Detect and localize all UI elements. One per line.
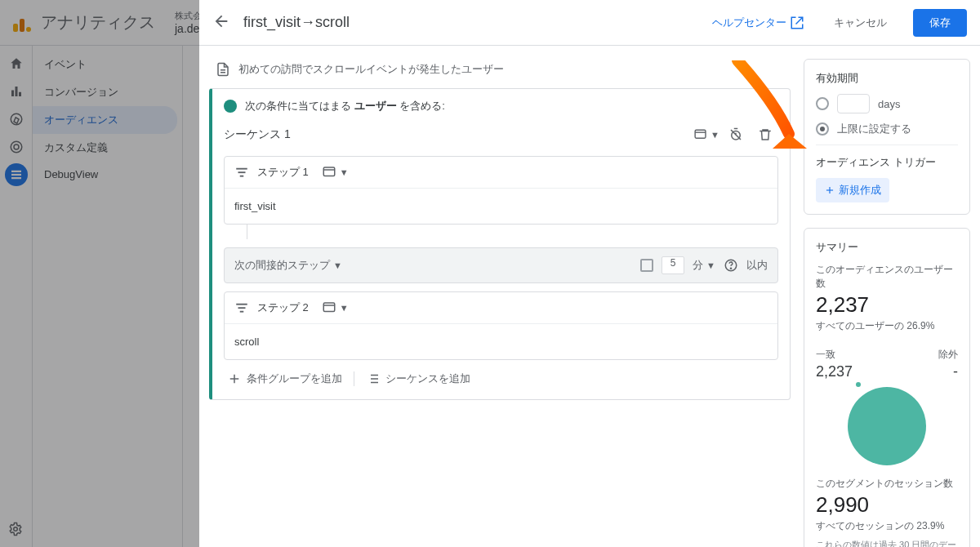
include-prefix: 次の条件に当てはまる — [245, 100, 354, 112]
step-2-label: ステップ 2 — [257, 300, 309, 315]
svg-rect-12 — [236, 168, 247, 170]
chevron-down-icon: ▼ — [340, 303, 349, 313]
duration-days-unit: days — [878, 98, 900, 110]
svg-rect-13 — [238, 171, 246, 173]
chevron-down-icon: ▼ — [333, 260, 342, 270]
summary-card: サマリー このオーディエンスのユーザー数 2,237 すべてのユーザーの 26.… — [804, 228, 970, 547]
include-dot-icon — [224, 100, 237, 113]
add-condition-group-button[interactable]: 条件グループを追加 — [227, 371, 342, 386]
summary-users-label: このオーディエンスのユーザー数 — [816, 263, 958, 291]
save-button[interactable]: 保存 — [913, 9, 967, 37]
summary-match-label: 一致 — [816, 348, 887, 362]
back-arrow-icon[interactable] — [212, 12, 230, 33]
builder-area: 初めての訪問でスクロールイベントが発生したユーザー 次の条件に当てはまる ユーザ… — [199, 46, 804, 547]
duration-max-label: 上限に設定する — [837, 122, 911, 136]
summary-users-value: 2,237 — [816, 292, 958, 318]
summary-note: これらの数値は過去 30 日間のデータに基づく推定であり、実際のユーザーのサイズ… — [816, 538, 958, 547]
svg-point-17 — [730, 268, 731, 269]
summary-title: サマリー — [816, 240, 958, 255]
sequence-footer: 条件グループを追加 シーケンスを追加 — [224, 360, 778, 391]
connector-type-label: 次の間接的ステップ — [234, 258, 330, 273]
summary-sessions-pct: すべてのセッションの 23.9% — [816, 519, 958, 533]
connector-suffix: 以内 — [746, 258, 768, 273]
create-trigger-button[interactable]: 新規作成 — [816, 178, 889, 202]
scope-icon — [322, 300, 336, 315]
filter-list-icon — [234, 300, 249, 315]
svg-rect-19 — [238, 307, 246, 309]
add-sequence-label: シーケンスを追加 — [385, 371, 470, 386]
audience-builder-panel: first_visit→scroll ヘルプセンター キャンセル 保存 初めての… — [199, 0, 980, 547]
help-center-link[interactable]: ヘルプセンター — [712, 16, 804, 30]
add-condition-group-label: 条件グループを追加 — [247, 371, 342, 386]
svg-rect-10 — [695, 130, 706, 138]
time-unit-selector[interactable]: 分 ▼ — [693, 258, 715, 273]
time-constraint-checkbox[interactable] — [640, 259, 653, 272]
summary-sessions-label: このセグメントのセッション数 — [816, 477, 958, 491]
cancel-button[interactable]: キャンセル — [834, 16, 887, 30]
scope-icon — [322, 165, 336, 180]
include-bold: ユーザー — [354, 100, 397, 112]
summary-exclude-label: 除外 — [887, 348, 958, 362]
panel-header: first_visit→scroll ヘルプセンター キャンセル 保存 — [199, 0, 980, 46]
trash-icon — [758, 127, 773, 142]
scope-icon — [693, 127, 707, 142]
help-center-label: ヘルプセンター — [712, 16, 786, 30]
duration-days-radio[interactable] — [816, 97, 829, 110]
sequence-list-icon — [366, 371, 381, 386]
duration-title: 有効期間 — [816, 71, 958, 86]
sequence-scope-selector[interactable]: ▼ — [693, 122, 719, 148]
step-1-event[interactable]: first_visit — [225, 189, 777, 224]
add-sequence-button[interactable]: シーケンスを追加 — [366, 371, 470, 386]
step-2-event[interactable]: scroll — [225, 324, 777, 359]
sequence-title: シーケンス 1 — [224, 127, 690, 142]
time-value-input[interactable]: 5 — [662, 256, 684, 274]
description-text: 初めての訪問でスクロールイベントが発生したユーザー — [238, 62, 504, 77]
duration-max-radio[interactable] — [816, 122, 829, 136]
connector-line — [247, 225, 778, 239]
svg-rect-15 — [323, 167, 335, 176]
delete-sequence-button[interactable] — [752, 122, 778, 148]
include-header: 次の条件に当てはまる ユーザー を含める: — [224, 99, 778, 113]
timer-off-icon — [728, 127, 743, 142]
create-trigger-label: 新規作成 — [839, 183, 881, 198]
description-row[interactable]: 初めての訪問でスクロールイベントが発生したユーザー — [209, 59, 791, 88]
step-1-label: ステップ 1 — [257, 165, 309, 180]
audience-trigger-title: オーディエンス トリガー — [816, 155, 958, 170]
summary-sessions-value: 2,990 — [816, 492, 958, 518]
svg-rect-21 — [323, 303, 335, 312]
chevron-down-icon: ▼ — [340, 167, 349, 177]
membership-duration-card: 有効期間 days 上限に設定する オーディエンス トリガー 新規作成 — [804, 59, 970, 215]
step-2-card: ステップ 2 ▼ scroll — [224, 291, 778, 360]
svg-rect-14 — [240, 176, 244, 177]
side-panel: 有効期間 days 上限に設定する オーディエンス トリガー 新規作成 — [804, 46, 980, 547]
timer-toggle-button[interactable] — [723, 122, 749, 148]
connector-row: 次の間接的ステップ ▼ 5 分 ▼ 以内 — [224, 247, 778, 283]
svg-rect-18 — [236, 304, 247, 305]
chevron-down-icon: ▼ — [710, 130, 719, 140]
connector-type-selector[interactable]: 次の間接的ステップ ▼ — [234, 258, 632, 273]
chevron-down-icon: ▼ — [706, 260, 715, 270]
description-icon — [216, 62, 230, 77]
plus-icon — [227, 371, 242, 386]
step-1-card: ステップ 1 ▼ first_visit — [224, 156, 778, 225]
summary-match-value: 2,237 — [816, 363, 887, 380]
summary-pie-chart — [816, 387, 958, 465]
help-icon[interactable] — [724, 258, 738, 273]
include-suffix: を含める: — [397, 100, 445, 112]
step-2-scope-selector[interactable]: ▼ — [322, 300, 349, 315]
audience-title[interactable]: first_visit→scroll — [243, 14, 699, 31]
sequence-card: 次の条件に当てはまる ユーザー を含める: シーケンス 1 ▼ — [209, 88, 791, 400]
plus-icon — [824, 185, 835, 196]
step-1-scope-selector[interactable]: ▼ — [322, 165, 349, 180]
time-unit-label: 分 — [693, 258, 703, 273]
svg-rect-20 — [240, 311, 244, 313]
duration-days-input[interactable] — [837, 94, 870, 113]
summary-users-pct: すべてのユーザーの 26.9% — [816, 319, 958, 333]
summary-exclude-value: - — [887, 363, 958, 380]
external-link-icon — [790, 16, 804, 30]
filter-list-icon — [234, 165, 249, 180]
